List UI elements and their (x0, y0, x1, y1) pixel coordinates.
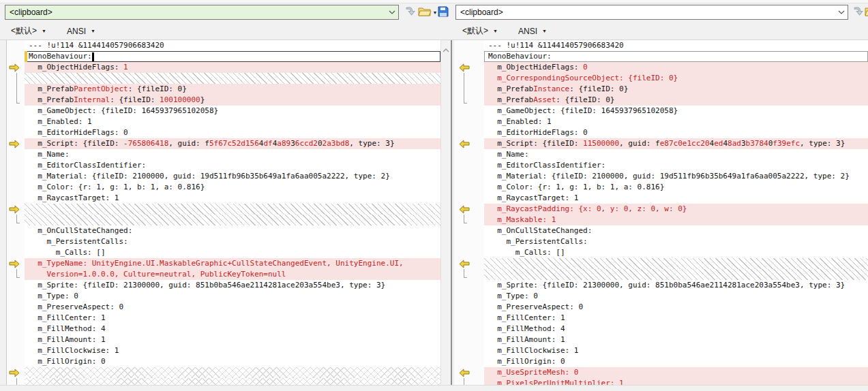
code-line[interactable]: m_EditorClassIdentifier: (484, 160, 868, 171)
code-line[interactable]: m_Name: (25, 149, 440, 160)
code-line[interactable]: m_Script: {fileID: -765806418, guid: f5f… (25, 138, 440, 149)
diff-marker-arrow-right-icon[interactable] (7, 204, 25, 215)
code-line[interactable]: m_FillAmount: 1 (25, 334, 440, 345)
code-line[interactable]: m_PrefabInternal: {fileID: 100100000} (25, 95, 440, 106)
diff-marker-arrow-left-icon[interactable] (454, 367, 484, 378)
code-line[interactable]: m_FillClockwise: 1 (25, 345, 440, 356)
code-line[interactable]: m_Sprite: {fileID: 21300000, guid: 851b0… (25, 280, 440, 291)
code-line[interactable]: m_CorrespondingSourceObject: {fileID: 0} (484, 73, 868, 84)
chevron-down-icon: ▼ (42, 29, 46, 33)
code-line[interactable]: m_Material: {fileID: 2100000, guid: 19d5… (25, 171, 440, 182)
code-line[interactable]: m_GameObject: {fileID: 1645937965102058} (484, 106, 868, 116)
code-line[interactable]: m_PersistentCalls: (484, 236, 868, 247)
code-line[interactable]: m_Enabled: 1 (25, 116, 440, 127)
right-file-path-combobox[interactable]: <clipboard> (455, 5, 848, 20)
code-line[interactable]: m_Color: {r: 1, g: 1, b: 1, a: 0.816} (25, 182, 440, 193)
code-line[interactable]: m_PersistentCalls: (25, 236, 440, 247)
scroll-up-icon[interactable] (443, 43, 449, 55)
diff-margin-cell (454, 149, 484, 160)
diff-margin-cell (7, 193, 25, 204)
skipped-lines-hatch[interactable] (25, 204, 440, 215)
code-line[interactable]: m_RaycastTarget: 1 (25, 193, 440, 204)
code-line[interactable]: m_Type: 0 (25, 291, 440, 302)
diff-marker-arrow-right-icon[interactable] (7, 258, 25, 269)
right-encoding-dropdown[interactable]: ANSI▼ (517, 25, 548, 37)
right-code-editor[interactable]: --- !u!114 &114414057906683420MonoBehavi… (484, 40, 868, 386)
code-line[interactable]: m_Enabled: 1 (484, 116, 868, 127)
code-line[interactable]: m_EditorClassIdentifier: (25, 160, 440, 171)
code-line[interactable]: m_PrefabAsset: {fileID: 0} (484, 95, 868, 106)
left-default-dropdown[interactable]: <默认>▼ (10, 25, 48, 37)
code-line[interactable]: m_Sprite: {fileID: 21300000, guid: 851b0… (484, 280, 868, 291)
code-line[interactable]: m_Calls: [] (484, 247, 868, 258)
diff-margin-cell (454, 51, 484, 62)
code-line[interactable]: m_RaycastPadding: {x: 0, y: 0, z: 0, w: … (484, 204, 868, 215)
right-file-pane[interactable]: --- !u!114 &114414057906683420MonoBehavi… (454, 40, 868, 386)
code-line[interactable]: m_PrefabInstance: {fileID: 0} (484, 84, 868, 95)
code-line[interactable]: --- !u!114 &114414057906683420 (25, 40, 440, 51)
code-line[interactable]: m_Script: {fileID: 11500000, guid: fe87c… (484, 138, 868, 149)
diff-marker-arrow-left-icon[interactable] (454, 62, 484, 73)
code-line[interactable]: m_FillMethod: 4 (25, 324, 440, 334)
diff-marker-arrow-right-icon[interactable] (7, 367, 25, 378)
diff-marker-arrow-left-icon[interactable] (454, 204, 484, 215)
code-line[interactable]: m_ObjectHideFlags: 0 (484, 62, 868, 73)
code-line[interactable]: m_Calls: [] (25, 247, 440, 258)
code-line[interactable]: m_OnCullStateChanged: (25, 225, 440, 236)
diff-marker-arrow-left-icon[interactable] (454, 258, 484, 269)
code-line[interactable]: m_FillOrigin: 0 (484, 356, 868, 367)
code-line[interactable]: m_RaycastTarget: 1 (484, 193, 868, 204)
right-default-dropdown[interactable]: <默认>▼ (461, 25, 499, 37)
code-line[interactable]: m_UseSpriteMesh: 0 (484, 367, 868, 378)
diff-margin-cell (454, 84, 484, 95)
diff-marker-arrow-right-icon[interactable] (7, 62, 25, 73)
skipped-lines-hatch[interactable] (25, 73, 440, 84)
code-line[interactable]: m_Type: 0 (484, 291, 868, 302)
code-line[interactable]: m_PreserveAspect: 0 (484, 302, 868, 313)
dropdown-chevron-icon[interactable] (386, 5, 398, 19)
end-of-file-hatch[interactable] (25, 367, 440, 378)
code-line[interactable]: m_FillAmount: 1 (484, 334, 868, 345)
code-line[interactable]: Version=1.0.0.0, Culture=neutral, Public… (25, 269, 440, 280)
code-line[interactable]: m_FillClockwise: 1 (484, 345, 868, 356)
code-line[interactable]: m_EditorHideFlags: 0 (25, 127, 440, 138)
left-vertical-scrollbar[interactable] (440, 40, 451, 386)
code-line[interactable]: MonoBehaviour: (484, 51, 868, 62)
horizontal-scrollbar[interactable] (0, 385, 868, 391)
code-line[interactable]: MonoBehaviour: (25, 51, 440, 62)
left-file-path-combobox[interactable]: <clipboard> (5, 5, 399, 20)
code-line[interactable]: m_ObjectHideFlags: 1 (25, 62, 440, 73)
code-line[interactable]: m_OnCullStateChanged: (484, 225, 868, 236)
code-line[interactable]: m_FillOrigin: 0 (25, 356, 440, 367)
left-sync-button[interactable] (402, 5, 418, 20)
code-line[interactable]: m_Material: {fileID: 2100000, guid: 19d5… (484, 171, 868, 182)
diff-margin-cell (7, 160, 25, 171)
dropdown-chevron-icon[interactable] (835, 5, 848, 19)
left-encoding-dropdown[interactable]: ANSI▼ (65, 25, 97, 37)
skipped-lines-hatch[interactable] (484, 269, 868, 280)
code-line[interactable]: m_PrefabParentObject: {fileID: 0} (25, 84, 440, 95)
code-line[interactable]: m_Name: (484, 149, 868, 160)
code-line[interactable]: m_Color: {r: 1, g: 1, b: 1, a: 0.816} (484, 182, 868, 193)
code-line[interactable]: m_FillCenter: 1 (25, 313, 440, 324)
left-file-pane[interactable]: --- !u!114 &114414057906683420MonoBehavi… (0, 40, 451, 386)
diff-margin-cell (454, 127, 484, 138)
code-line[interactable]: m_PreserveAspect: 0 (25, 302, 440, 313)
code-line[interactable]: m_EditorHideFlags: 0 (484, 127, 868, 138)
code-line[interactable]: m_FillCenter: 1 (484, 313, 868, 324)
diff-marker-arrow-left-icon[interactable] (454, 138, 484, 149)
code-line[interactable]: m_Maskable: 1 (484, 215, 868, 225)
diff-margin-cell (454, 291, 484, 302)
left-code-editor[interactable]: --- !u!114 &114414057906683420MonoBehavi… (25, 40, 440, 386)
code-line[interactable]: m_GameObject: {fileID: 1645937965102058} (25, 106, 440, 116)
skipped-lines-hatch[interactable] (25, 215, 440, 225)
code-line[interactable]: m_TypeName: UnityEngine.UI.MaskableGraph… (25, 258, 440, 269)
diff-margin-cell (7, 40, 25, 51)
diff-marker-arrow-right-icon[interactable] (7, 138, 25, 149)
diff-margin-cell (454, 356, 484, 367)
right-open-button[interactable] (863, 5, 868, 20)
code-line[interactable]: m_FillMethod: 4 (484, 324, 868, 334)
left-save-button[interactable] (435, 5, 451, 20)
code-line[interactable]: --- !u!114 &114414057906683420 (484, 40, 868, 51)
skipped-lines-hatch[interactable] (484, 258, 868, 269)
